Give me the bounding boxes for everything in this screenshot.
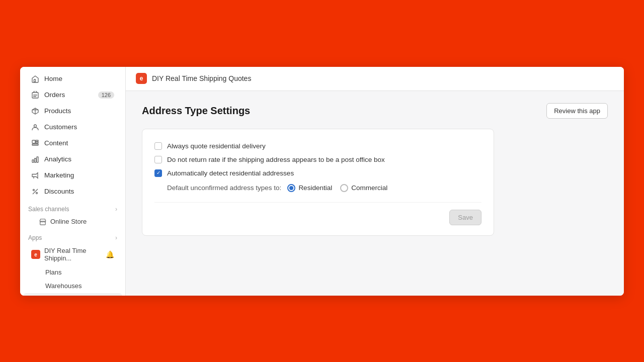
no-return-checkbox[interactable] — [154, 156, 162, 163]
sidebar-item-products[interactable]: Products — [23, 104, 122, 119]
radio-circle-commercial — [340, 184, 348, 192]
bell-icon: 🔔 — [106, 250, 114, 258]
products-icon — [31, 107, 39, 115]
sidebar: Home Orders 126 Products — [20, 67, 126, 296]
orders-icon — [31, 91, 39, 99]
warehouses-label: Warehouses — [45, 282, 82, 290]
auto-detect-checkbox[interactable] — [154, 169, 162, 177]
always-quote-row: Always quote residential delivery — [154, 139, 481, 153]
svg-point-13 — [33, 189, 35, 191]
svg-line-15 — [33, 189, 38, 194]
radio-residential-label: Residential — [298, 184, 332, 192]
sidebar-item-discounts[interactable]: Discounts — [23, 184, 122, 199]
sidebar-item-analytics[interactable]: Analytics — [23, 152, 122, 167]
page-header: Address Type Settings Review this app — [142, 103, 608, 119]
topbar-title: DIY Real Time Shipping Quotes — [152, 74, 251, 82]
sidebar-item-online-store[interactable]: Online Store — [23, 215, 122, 228]
radio-commercial-label: Commercial — [351, 184, 387, 192]
content-icon — [31, 139, 39, 147]
no-return-label[interactable]: Do not return rate if the shipping addre… — [167, 156, 385, 163]
home-icon — [31, 75, 39, 83]
sidebar-label-home: Home — [44, 75, 62, 82]
svg-rect-12 — [37, 157, 38, 162]
sidebar-item-marketing[interactable]: Marketing — [23, 168, 122, 183]
topbar-app-icon: e — [136, 73, 147, 84]
svg-point-5 — [34, 125, 37, 127]
diy-app-label: DIY Real Time Shippin... — [44, 247, 102, 262]
svg-rect-7 — [36, 140, 39, 142]
discounts-icon — [31, 188, 39, 196]
auto-detect-row: Automatically detect residential address… — [154, 166, 481, 180]
plans-label: Plans — [45, 268, 62, 276]
card-footer: Save — [154, 202, 481, 225]
topbar: e DIY Real Time Shipping Quotes — [126, 67, 624, 91]
main-content: e DIY Real Time Shipping Quotes Address … — [126, 67, 624, 296]
svg-rect-11 — [35, 158, 36, 162]
sidebar-leaf-plans[interactable]: Plans — [23, 266, 122, 279]
orders-badge: 126 — [98, 92, 114, 99]
sidebar-item-content[interactable]: Content — [23, 136, 122, 151]
radio-group: Residential Commercial — [287, 184, 387, 192]
svg-rect-6 — [32, 140, 35, 143]
radio-commercial[interactable]: Commercial — [340, 184, 387, 192]
always-quote-checkbox[interactable] — [154, 142, 162, 150]
no-return-row: Do not return rate if the shipping addre… — [154, 153, 481, 166]
sidebar-item-customers[interactable]: Customers — [23, 120, 122, 135]
page-body: Address Type Settings Review this app Al… — [126, 91, 624, 296]
save-button[interactable]: Save — [449, 210, 481, 225]
svg-point-14 — [36, 192, 38, 194]
default-unconfirmed-label: Default unconfirmed address types to: — [167, 184, 281, 192]
sidebar-label-orders: Orders — [44, 91, 65, 99]
analytics-icon — [31, 155, 39, 163]
sidebar-label-products: Products — [44, 107, 71, 115]
sidebar-label-content: Content — [44, 139, 68, 147]
auto-detect-label[interactable]: Automatically detect residential address… — [167, 169, 294, 177]
svg-rect-8 — [36, 142, 39, 143]
customers-icon — [31, 123, 39, 131]
sidebar-label-analytics: Analytics — [44, 155, 71, 163]
svg-rect-0 — [34, 79, 36, 82]
apps-section: Apps › — [20, 228, 125, 243]
sidebar-item-diy-app[interactable]: e DIY Real Time Shippin... 🔔 — [23, 244, 122, 265]
online-store-label: Online Store — [50, 218, 87, 225]
page-title: Address Type Settings — [142, 105, 250, 117]
sidebar-item-orders[interactable]: Orders 126 — [23, 87, 122, 103]
sidebar-leaf-warehouses[interactable]: Warehouses — [23, 280, 122, 292]
svg-rect-10 — [32, 160, 34, 162]
review-this-app-button[interactable]: Review this app — [546, 103, 608, 119]
marketing-icon — [31, 171, 39, 179]
store-icon — [39, 218, 46, 226]
always-quote-label[interactable]: Always quote residential delivery — [167, 142, 266, 150]
default-address-row: Default unconfirmed address types to: Re… — [154, 180, 481, 194]
sidebar-leaf-address-type-settings[interactable]: Address Type Settings — [23, 293, 122, 295]
diy-app-icon: e — [31, 250, 40, 259]
sidebar-label-discounts: Discounts — [44, 188, 74, 195]
svg-rect-16 — [40, 221, 46, 225]
sales-channels-chevron[interactable]: › — [115, 206, 117, 213]
radio-residential[interactable]: Residential — [287, 184, 332, 192]
sales-channels-section: Sales channels › — [20, 200, 125, 215]
sidebar-item-home[interactable]: Home — [23, 71, 122, 86]
sidebar-label-customers: Customers — [44, 123, 77, 131]
apps-chevron[interactable]: › — [115, 234, 117, 241]
settings-card: Always quote residential delivery Do not… — [142, 129, 494, 236]
radio-circle-residential — [287, 184, 295, 192]
sidebar-label-marketing: Marketing — [44, 171, 74, 179]
svg-rect-9 — [32, 144, 38, 145]
